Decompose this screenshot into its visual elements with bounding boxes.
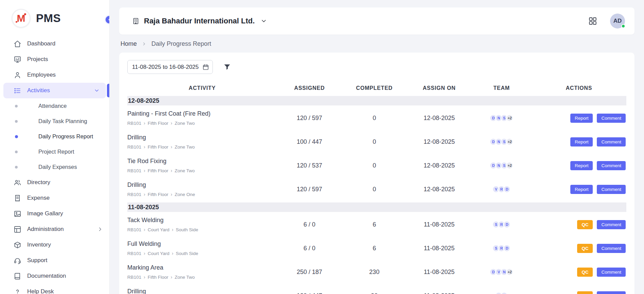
main-area: Raja Bahadur International Ltd. AD Home … bbox=[110, 0, 644, 294]
table-row: Drilling RB101›Fifth Floor›Zone One 120 … bbox=[127, 178, 626, 201]
bullet-dot-icon bbox=[15, 105, 18, 107]
sidebar-item-image-gallary[interactable]: Image Gallary bbox=[0, 206, 109, 221]
sidebar-item-support[interactable]: Support bbox=[0, 253, 109, 268]
report-button[interactable]: Report bbox=[570, 185, 593, 194]
location-crumb: Zone Two bbox=[174, 121, 195, 126]
location-crumb: Fifth Floor bbox=[148, 144, 168, 150]
report-button[interactable]: Report bbox=[570, 137, 593, 146]
sidebar-item-administration[interactable]: Administration bbox=[0, 221, 109, 237]
expense-icon bbox=[14, 194, 21, 202]
team-avatars: DNS+2 bbox=[472, 114, 531, 122]
path-separator-icon: › bbox=[172, 251, 173, 256]
qc-button[interactable]: QC bbox=[577, 291, 593, 294]
top-header-bar: Raja Bahadur International Ltd. AD bbox=[119, 7, 634, 35]
team-more-chip[interactable]: +2 bbox=[506, 162, 513, 169]
sidebar-subitem-daily-progress-report[interactable]: Daily Progress Report bbox=[0, 129, 109, 144]
activity-name: Marking Area bbox=[127, 264, 277, 271]
team-member-avatar: D bbox=[503, 221, 511, 228]
activity-table: ACTIVITY ASSIGNED COMPLETED ASSIGN ON TE… bbox=[127, 81, 626, 294]
path-separator-icon: › bbox=[171, 274, 172, 280]
completed-value: 6 bbox=[342, 245, 407, 252]
path-separator-icon: › bbox=[171, 192, 172, 197]
sidebar-item-expense[interactable]: Expense bbox=[0, 190, 109, 206]
sidebar-item-activities[interactable]: Activities bbox=[3, 83, 106, 98]
bullet-dot-icon bbox=[15, 166, 18, 169]
sidebar-subitem-label: Daily Progress Report bbox=[38, 133, 93, 140]
activity-name: Drilling bbox=[127, 181, 277, 189]
col-header-completed: COMPLETED bbox=[342, 85, 407, 91]
app-logo: M PMS bbox=[0, 0, 109, 35]
qc-button[interactable]: QC bbox=[577, 244, 593, 253]
sidebar-item-inventory[interactable]: Inventory bbox=[0, 237, 109, 253]
team-more-chip[interactable]: +2 bbox=[506, 268, 513, 276]
activity-location-path: RB101›Fifth Floor›Zone Two bbox=[127, 144, 277, 150]
team-avatars: SRD bbox=[472, 244, 531, 252]
comment-button[interactable]: Comment bbox=[597, 291, 626, 294]
bullet-dot-icon bbox=[15, 135, 18, 138]
assign-on-date: 12-08-2025 bbox=[407, 138, 472, 145]
sidebar-item-employees[interactable]: Employees bbox=[0, 67, 109, 83]
location-crumb: Zone Two bbox=[174, 275, 195, 280]
company-selector[interactable]: Raja Bahadur International Ltd. bbox=[132, 17, 267, 25]
activity-location-path: RB101›Fifth Floor›Zone Two bbox=[127, 274, 277, 280]
comment-button[interactable]: Comment bbox=[597, 161, 626, 170]
team-more-chip[interactable]: +2 bbox=[506, 114, 513, 122]
apps-grid-button[interactable] bbox=[588, 17, 597, 25]
sidebar-item-label: Inventory bbox=[27, 241, 103, 248]
comment-button[interactable]: Comment bbox=[597, 220, 626, 229]
activity-name: Full Welding bbox=[127, 240, 277, 248]
inventory-icon bbox=[14, 241, 21, 249]
activity-cell: Tie Rod Fixing RB101›Fifth Floor›Zone Tw… bbox=[127, 158, 277, 173]
assigned-value: 6 / 0 bbox=[277, 221, 342, 228]
sidebar-item-label: Projects bbox=[27, 56, 103, 63]
qc-button[interactable]: QC bbox=[577, 268, 593, 277]
sidebar-item-label: Help Desk bbox=[27, 288, 103, 294]
grid-icon bbox=[588, 17, 597, 25]
location-crumb: Zone One bbox=[174, 192, 195, 197]
date-range-field bbox=[127, 60, 213, 74]
comment-button[interactable]: Comment bbox=[597, 268, 626, 277]
sidebar-item-label: Activities bbox=[27, 87, 88, 94]
report-button[interactable]: Report bbox=[570, 161, 593, 170]
group-date: 12-08-2025 bbox=[128, 97, 159, 104]
col-header-team: TEAM bbox=[472, 85, 531, 91]
row-actions: ReportComment bbox=[532, 114, 626, 123]
comment-button[interactable]: Comment bbox=[597, 185, 626, 194]
sidebar-item-directory[interactable]: Directory bbox=[0, 175, 109, 190]
sidebar-nav: Dashboard Projects Employees Activities … bbox=[0, 36, 109, 294]
bullet-dot-icon bbox=[15, 151, 18, 153]
team-more-chip[interactable]: +2 bbox=[506, 138, 513, 145]
row-actions: ReportComment bbox=[532, 185, 626, 194]
activity-location-path: RB101›Fifth Floor›Zone One bbox=[127, 192, 277, 197]
comment-button[interactable]: Comment bbox=[597, 137, 626, 146]
comment-button[interactable]: Comment bbox=[597, 244, 626, 253]
activity-cell: Drilling RB101›Fifth Floor›Zone One bbox=[127, 181, 277, 197]
user-avatar[interactable]: AD bbox=[610, 14, 625, 28]
activity-location-path: RB101›Fifth Floor›Zone Two bbox=[127, 168, 277, 173]
group-date: 11-08-2025 bbox=[128, 204, 159, 211]
funnel-icon bbox=[223, 63, 231, 71]
sidebar-item-documentation[interactable]: Documentation bbox=[0, 268, 109, 284]
breadcrumb-home[interactable]: Home bbox=[121, 40, 137, 47]
date-range-input[interactable] bbox=[127, 60, 213, 74]
completed-value: 90 bbox=[342, 292, 407, 294]
row-actions: ReportComment bbox=[532, 137, 626, 146]
path-separator-icon: › bbox=[144, 251, 145, 256]
filter-button[interactable] bbox=[223, 63, 231, 71]
table-row: Marking Area RB101›Fifth Floor›Zone Two … bbox=[127, 260, 626, 284]
completed-value: 0 bbox=[342, 186, 407, 193]
sidebar-item-projects[interactable]: Projects bbox=[0, 52, 109, 67]
sidebar-subitem-daily-task-planning[interactable]: Daily Task Planning bbox=[0, 114, 109, 129]
sidebar-subitem-daily-expenses[interactable]: Daily Expenses bbox=[0, 159, 109, 175]
sidebar-item-label: Administration bbox=[27, 226, 91, 233]
qc-button[interactable]: QC bbox=[577, 220, 593, 229]
sidebar-item-dashboard[interactable]: Dashboard bbox=[0, 36, 109, 52]
table-row: Drilling RB101›Fifth Floor›Zone Two 100 … bbox=[127, 130, 626, 154]
sidebar-subitem-project-report[interactable]: Project Report bbox=[0, 144, 109, 159]
assign-on-date: 12-08-2025 bbox=[407, 115, 472, 122]
location-crumb: RB101 bbox=[127, 121, 141, 126]
sidebar-subitem-attendance[interactable]: Attendance bbox=[0, 98, 109, 114]
report-button[interactable]: Report bbox=[570, 114, 593, 123]
comment-button[interactable]: Comment bbox=[597, 114, 626, 123]
sidebar-item-help-desk[interactable]: Help Desk bbox=[0, 284, 109, 294]
